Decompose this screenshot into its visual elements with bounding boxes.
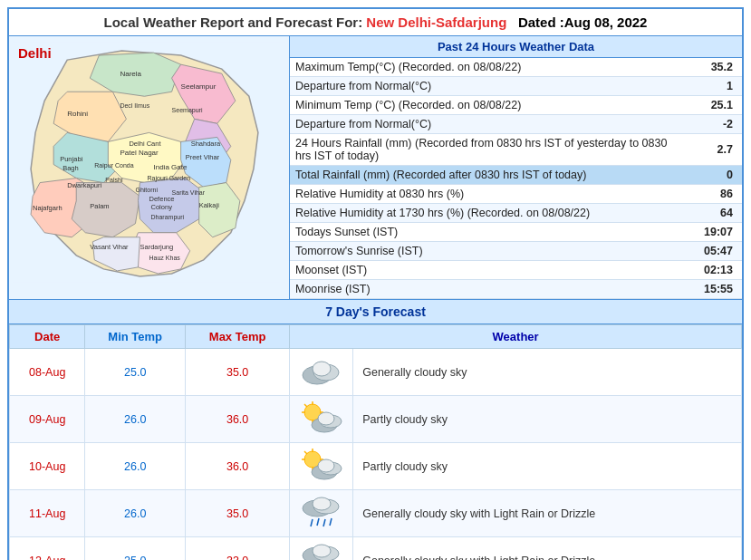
data-label: Minimum Temp (°C) (Recorded. on 08/08/22… xyxy=(290,96,688,115)
forecast-min: 25.0 xyxy=(85,537,186,561)
data-label: Departure from Normal(°C) xyxy=(290,115,688,134)
col-max: Max Temp xyxy=(186,325,290,349)
forecast-max: 36.0 xyxy=(186,396,290,443)
forecast-row: 08-Aug 25.0 35.0 Generally cloudy sky xyxy=(10,349,742,396)
data-label: Total Rainfall (mm) (Recorded after 0830… xyxy=(290,166,688,185)
svg-text:Raipur Conda: Raipur Conda xyxy=(94,162,133,169)
forecast-weather-desc: Generally cloudy sky xyxy=(353,349,742,396)
date-label: Dated :Aug 08, 2022 xyxy=(518,14,648,30)
svg-text:Dharampuri: Dharampuri xyxy=(151,214,185,221)
svg-text:Patel Nagar: Patel Nagar xyxy=(120,149,159,157)
page-title: Local Weather Report and Forecast For: N… xyxy=(9,9,742,35)
svg-line-68 xyxy=(311,519,313,526)
table-row: Departure from Normal(°C)1 xyxy=(290,77,742,96)
map-section: Delhi xyxy=(9,36,290,299)
forecast-icon xyxy=(290,490,353,537)
data-label: 24 Hours Rainfall (mm) (Recorded from 08… xyxy=(290,134,688,166)
table-row: Tomorrow's Sunrise (IST)05:47 xyxy=(290,242,742,261)
forecast-row: 11-Aug 26.0 35.0 Generally cloudy sky wi… xyxy=(10,490,742,537)
forecast-row: 10-Aug 26.0 36.0 Partly cloudy sky xyxy=(10,443,742,490)
forecast-date: 09-Aug xyxy=(10,396,85,443)
forecast-max: 35.0 xyxy=(186,349,290,396)
svg-text:Dwarkapuri: Dwarkapuri xyxy=(67,181,101,189)
data-value: 0 xyxy=(688,166,742,185)
data-label: Departure from Normal(°C) xyxy=(290,77,688,96)
data-label: Maximum Temp(°C) (Recorded. on 08/08/22) xyxy=(290,58,688,77)
forecast-weather-desc: Partly cloudy sky xyxy=(353,396,742,443)
table-row: Todays Sunset (IST)19:07 xyxy=(290,223,742,242)
svg-text:Ghitorni: Ghitorni xyxy=(135,187,158,193)
city-name: New Delhi-Safdarjung xyxy=(366,14,506,30)
data-value: -2 xyxy=(688,115,742,134)
forecast-max: 36.0 xyxy=(186,443,290,490)
forecast-table: Date Min Temp Max Temp Weather 08-Aug 25… xyxy=(9,324,742,560)
svg-text:Kalkaji: Kalkaji xyxy=(199,201,219,209)
svg-text:Sarita Vihar: Sarita Vihar xyxy=(172,189,206,196)
table-row: Moonrise (IST)15:55 xyxy=(290,280,742,299)
forecast-weather-desc: Partly cloudy sky xyxy=(353,443,742,490)
data-label: Relative Humidity at 0830 hrs (%) xyxy=(290,185,688,204)
forecast-min: 25.0 xyxy=(85,349,186,396)
data-label: Moonrise (IST) xyxy=(290,280,688,299)
svg-text:Bagh: Bagh xyxy=(63,164,79,172)
forecast-icon xyxy=(290,349,353,396)
forecast-weather-desc: Generally cloudy sky with Light Rain or … xyxy=(353,490,742,537)
svg-text:Delhi Cant: Delhi Cant xyxy=(129,140,161,148)
svg-text:Decl Ilmus: Decl Ilmus xyxy=(120,102,149,109)
svg-text:Punjabi: Punjabi xyxy=(60,155,82,163)
forecast-min: 26.0 xyxy=(85,443,186,490)
data-value: 19:07 xyxy=(688,223,742,242)
table-row: Relative Humidity at 0830 hrs (%)86 xyxy=(290,185,742,204)
svg-text:Shahdara: Shahdara xyxy=(191,140,221,148)
svg-point-74 xyxy=(313,545,331,557)
svg-text:India Gate: India Gate xyxy=(154,163,188,171)
table-row: Minimum Temp (°C) (Recorded. on 08/08/22… xyxy=(290,96,742,115)
forecast-min: 26.0 xyxy=(85,396,186,443)
forecast-title: 7 Day's Forecast xyxy=(9,300,742,324)
data-value: 15:55 xyxy=(688,280,742,299)
svg-text:Sardarjung: Sardarjung xyxy=(140,243,173,251)
svg-line-69 xyxy=(317,518,319,526)
data-value: 02:13 xyxy=(688,261,742,280)
svg-line-50 xyxy=(304,404,307,407)
forecast-date: 11-Aug xyxy=(10,490,85,537)
title-static: Local Weather Report and Forecast For: xyxy=(104,14,367,30)
svg-text:Palam: Palam xyxy=(90,202,109,210)
forecast-min: 26.0 xyxy=(85,490,186,537)
svg-point-67 xyxy=(313,497,331,510)
data-label: Moonset (IST) xyxy=(290,261,688,280)
col-date: Date xyxy=(10,325,85,349)
weather-data-section: Past 24 Hours Weather Data Maximum Temp(… xyxy=(290,36,742,299)
data-value: 05:47 xyxy=(688,242,742,261)
data-value: 2.7 xyxy=(688,134,742,166)
table-row: Moonset (IST)02:13 xyxy=(290,261,742,280)
forecast-icon xyxy=(290,443,353,490)
delhi-map-svg: Narela Rohini Seelampur Shahdara Punjabi… xyxy=(13,40,285,285)
svg-text:Rajouri Garden: Rajouri Garden xyxy=(147,175,190,182)
svg-text:Seelampur: Seelampur xyxy=(181,82,217,91)
col-weather: Weather xyxy=(290,325,742,349)
forecast-date: 10-Aug xyxy=(10,443,85,490)
table-row: 24 Hours Rainfall (mm) (Recorded from 08… xyxy=(290,134,742,166)
data-value: 64 xyxy=(688,204,742,223)
svg-line-60 xyxy=(304,451,307,454)
svg-point-54 xyxy=(318,412,334,425)
svg-text:Palshi: Palshi xyxy=(105,177,123,183)
data-value: 86 xyxy=(688,185,742,204)
forecast-max: 35.0 xyxy=(186,490,290,537)
svg-text:Seemapuri: Seemapuri xyxy=(172,107,203,114)
forecast-row: 09-Aug 26.0 36.0 Partly cloudy sky xyxy=(10,396,742,443)
forecast-icon xyxy=(290,537,353,561)
table-row: Total Rainfall (mm) (Recorded after 0830… xyxy=(290,166,742,185)
svg-point-44 xyxy=(313,362,331,376)
svg-text:Najafgarh: Najafgarh xyxy=(33,204,63,212)
svg-text:Narela: Narela xyxy=(120,70,141,78)
past24-title: Past 24 Hours Weather Data xyxy=(290,36,742,58)
main-container: Local Weather Report and Forecast For: N… xyxy=(7,7,744,560)
table-row: Relative Humidity at 1730 hrs (%) (Recor… xyxy=(290,204,742,223)
svg-text:Defence: Defence xyxy=(149,195,175,203)
data-label: Tomorrow's Sunrise (IST) xyxy=(290,242,688,261)
data-label: Todays Sunset (IST) xyxy=(290,223,688,242)
forecast-section: 7 Day's Forecast Date Min Temp Max Temp … xyxy=(9,299,742,560)
svg-text:Vasant Vihar: Vasant Vihar xyxy=(90,243,129,251)
